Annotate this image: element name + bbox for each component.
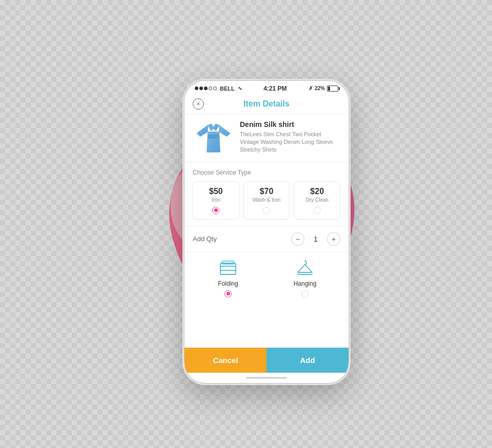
service-price-wash-iron: $70 xyxy=(247,187,286,196)
close-button[interactable]: × xyxy=(193,98,204,110)
home-indicator xyxy=(246,377,287,379)
service-section-label: Choose Service Type xyxy=(193,169,340,176)
svg-rect-1 xyxy=(209,135,213,138)
radio-hanging xyxy=(301,290,309,297)
signal-dot-2 xyxy=(199,87,203,90)
carrier-text: BELL xyxy=(220,86,235,92)
qty-minus-button[interactable]: − xyxy=(291,232,304,246)
item-description: TheLees Slim Chest Two Pocket Vintage Wa… xyxy=(240,131,340,154)
phone-frame: BELL ∿ 4:21 PM ✗ 22% × Item Details xyxy=(184,81,348,383)
radio-dot-folding xyxy=(227,292,230,295)
svg-rect-2 xyxy=(214,135,218,138)
cancel-button[interactable]: Cancel xyxy=(184,348,266,373)
signal-dot-5 xyxy=(213,87,217,90)
service-card-wash-iron[interactable]: $70 Wash & Iron xyxy=(243,181,290,220)
wifi-icon: ∿ xyxy=(238,86,242,91)
qty-label: Add Qty xyxy=(193,235,217,243)
status-left: BELL ∿ xyxy=(195,86,242,92)
radio-dry-clean xyxy=(314,207,321,214)
qty-controls: − 1 + xyxy=(291,232,340,246)
bottom-buttons: Cancel Add xyxy=(184,348,348,373)
svg-rect-4 xyxy=(220,263,236,274)
service-card-dry-clean[interactable]: $20 Dry Clean xyxy=(294,181,340,220)
radio-dot-iron xyxy=(214,208,218,212)
folding-icon xyxy=(218,259,238,278)
signal-dot-1 xyxy=(195,87,198,90)
service-price-iron: $50 xyxy=(196,187,236,196)
signal-dot-3 xyxy=(204,87,208,90)
item-info: Denim Silk shirt TheLees Slim Chest Two … xyxy=(240,120,340,154)
item-title: Denim Silk shirt xyxy=(240,120,340,129)
folding-label: Folding xyxy=(193,280,263,287)
signal-dot-4 xyxy=(209,87,212,90)
service-section: Choose Service Type $50 Iron $70 Wash & … xyxy=(184,163,348,226)
hanging-label: Hanging xyxy=(270,280,340,287)
scroll-content: Denim Silk shirt TheLees Slim Chest Two … xyxy=(184,114,348,348)
status-time: 4:21 PM xyxy=(263,85,286,92)
service-card-iron[interactable]: $50 Iron xyxy=(193,181,239,220)
battery-percentage: 22% xyxy=(315,86,325,91)
qty-value: 1 xyxy=(311,235,321,243)
qty-section: Add Qty − 1 + xyxy=(184,226,348,252)
radio-iron xyxy=(212,207,219,214)
hanging-icon xyxy=(295,259,315,278)
shirt-image xyxy=(194,121,233,155)
service-price-dry-clean: $20 xyxy=(297,187,337,196)
signal-indicator xyxy=(195,87,217,90)
service-name-iron: Iron xyxy=(196,197,236,203)
home-area xyxy=(184,373,348,383)
phone-screen: BELL ∿ 4:21 PM ✗ 22% × Item Details xyxy=(184,81,348,383)
add-button[interactable]: Add xyxy=(266,348,348,373)
svg-rect-7 xyxy=(222,261,234,264)
delivery-hanging[interactable]: Hanging xyxy=(270,259,340,297)
nav-bar: × Item Details xyxy=(184,94,348,114)
item-image xyxy=(193,120,234,156)
item-section: Denim Silk shirt TheLees Slim Chest Two … xyxy=(184,114,348,163)
battery-icon xyxy=(327,86,338,92)
page-title: Item Details xyxy=(204,99,329,109)
radio-folding xyxy=(224,290,232,297)
battery-fill xyxy=(328,87,330,91)
qty-plus-button[interactable]: + xyxy=(327,232,340,246)
delivery-section: Folding Hanging xyxy=(184,252,348,304)
bluetooth-icon: ✗ xyxy=(309,86,313,91)
delivery-folding[interactable]: Folding xyxy=(193,259,263,297)
status-bar: BELL ∿ 4:21 PM ✗ 22% xyxy=(184,81,348,94)
service-name-dry-clean: Dry Clean xyxy=(297,197,337,203)
radio-wash-iron xyxy=(263,207,270,214)
service-name-wash-iron: Wash & Iron xyxy=(247,197,286,203)
service-options: $50 Iron $70 Wash & Iron $20 xyxy=(193,181,340,220)
status-right: ✗ 22% xyxy=(309,86,338,92)
